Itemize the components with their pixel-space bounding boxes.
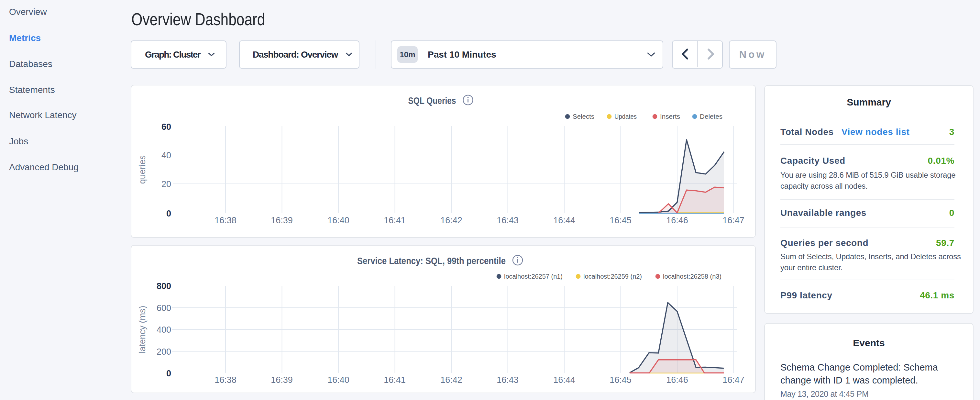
svg-text:Inserts: Inserts <box>660 113 680 120</box>
svg-text:60: 60 <box>161 122 171 132</box>
svg-text:Updates: Updates <box>614 113 637 120</box>
svg-text:16:43: 16:43 <box>496 215 519 225</box>
svg-text:localhost:26258 (n3): localhost:26258 (n3) <box>663 273 721 280</box>
svg-text:16:42: 16:42 <box>440 215 462 225</box>
svg-text:16:38: 16:38 <box>215 375 237 385</box>
svg-text:40: 40 <box>161 150 171 160</box>
svg-text:Selects: Selects <box>573 113 594 120</box>
svg-text:16:45: 16:45 <box>609 375 632 385</box>
svg-text:16:45: 16:45 <box>609 215 632 225</box>
svg-text:16:42: 16:42 <box>440 375 462 385</box>
svg-text:Deletes: Deletes <box>700 113 722 120</box>
svg-text:16:47: 16:47 <box>722 375 745 385</box>
svg-text:Service Latency: SQL, 99th per: Service Latency: SQL, 99th percentile <box>357 256 506 266</box>
svg-text:latency (ms): latency (ms) <box>137 306 147 353</box>
svg-text:16:46: 16:46 <box>666 375 688 385</box>
svg-text:16:47: 16:47 <box>722 215 745 225</box>
svg-text:400: 400 <box>157 325 171 335</box>
svg-text:0: 0 <box>166 209 171 218</box>
svg-text:16:40: 16:40 <box>328 375 349 385</box>
svg-text:16:43: 16:43 <box>496 375 519 385</box>
svg-text:16:39: 16:39 <box>271 215 293 225</box>
svg-text:800: 800 <box>157 281 171 291</box>
svg-text:20: 20 <box>161 179 171 189</box>
svg-text:localhost:26257 (n1): localhost:26257 (n1) <box>504 273 563 280</box>
svg-text:16:44: 16:44 <box>553 215 575 225</box>
svg-text:600: 600 <box>157 303 171 313</box>
svg-text:16:46: 16:46 <box>666 215 688 225</box>
svg-text:16:38: 16:38 <box>215 215 237 225</box>
svg-text:16:44: 16:44 <box>553 375 575 385</box>
svg-text:16:39: 16:39 <box>271 375 293 385</box>
svg-text:queries: queries <box>137 155 147 184</box>
svg-text:16:41: 16:41 <box>384 215 406 225</box>
svg-text:200: 200 <box>157 347 171 357</box>
svg-text:16:40: 16:40 <box>328 215 349 225</box>
svg-text:localhost:26259 (n2): localhost:26259 (n2) <box>583 273 642 280</box>
svg-text:16:41: 16:41 <box>384 375 406 385</box>
svg-text:SQL Queries: SQL Queries <box>408 96 456 106</box>
svg-text:0: 0 <box>166 369 171 378</box>
